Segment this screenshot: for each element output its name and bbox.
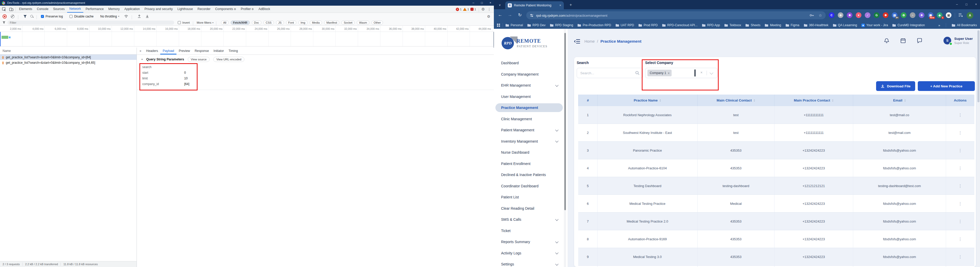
extension-icon[interactable]: ✱ [883, 12, 888, 18]
sidebar-item[interactable]: Reports Summary [495, 237, 563, 246]
row-actions-menu-icon[interactable]: ⋮ [946, 213, 974, 230]
disable-cache-checkbox[interactable] [70, 15, 73, 18]
minimize-icon[interactable]: – [956, 3, 958, 6]
import-har-icon[interactable] [138, 15, 141, 18]
extension-icon[interactable]: ♥ [856, 12, 861, 18]
table-header-cell[interactable]: Main Practice Contact ▲▼ [774, 95, 853, 106]
close-detail-icon[interactable]: × [137, 48, 144, 54]
network-conditions-icon[interactable] [124, 15, 128, 18]
devtools-tab[interactable]: Console ⚙ [35, 6, 51, 13]
sidebar-item[interactable]: Clear Reading Detail [495, 204, 563, 213]
address-bar[interactable]: rpd-stg.rpdrpm.com/admin/practicemanagem… [526, 11, 826, 19]
devtools-tab[interactable]: Performance ⚙ [83, 6, 106, 13]
devtools-tab[interactable]: Components ⚙ [213, 6, 239, 13]
reload-button[interactable]: ↻ [518, 12, 522, 18]
bookmark-item[interactable]: ◆ 360-Healthtek [804, 23, 829, 27]
select-company-input[interactable]: Company 1 x × [645, 68, 718, 78]
sidebar-collapse-icon[interactable] [574, 38, 580, 44]
extension-icon[interactable]: G [874, 12, 880, 18]
browser-profile-avatar[interactable]: A [967, 12, 973, 19]
detail-tab[interactable]: Payload [160, 48, 176, 54]
extension-icon[interactable]: C [829, 12, 834, 18]
issues-badge[interactable]: !1 [471, 8, 476, 11]
clear-select-icon[interactable]: × [700, 70, 702, 75]
sidebar-item[interactable]: Settings [495, 260, 563, 267]
settings-gear-icon[interactable]: ⚙ [482, 7, 485, 11]
bookmark-item[interactable]: ◆ RPD Staging [550, 23, 573, 27]
row-actions-menu-icon[interactable]: ⋮ [946, 266, 974, 267]
devtools-tab[interactable]: Sources ⚙ [51, 6, 67, 13]
page-scrollbar-thumb[interactable] [977, 30, 980, 102]
sort-icon[interactable]: ▲▼ [754, 99, 755, 102]
type-filter-pill[interactable]: Media [310, 21, 322, 25]
notifications-bell-icon[interactable] [884, 38, 889, 43]
extension-icon[interactable]: ✿ [901, 12, 907, 18]
type-filter-pill[interactable]: JS [276, 21, 284, 25]
browser-tab[interactable]: R Remote Patient Monitoring × [505, 1, 564, 9]
record-button[interactable] [3, 14, 7, 19]
breadcrumb-home[interactable]: Home [584, 39, 595, 43]
devtools-tab[interactable]: Profiler ⚙ [239, 6, 256, 13]
forward-button[interactable]: → [508, 12, 512, 17]
bookmark-item[interactable]: ◆ Your work - Jira [861, 23, 888, 27]
view-source-button[interactable]: View source [188, 57, 210, 62]
type-filter-pill[interactable]: Doc [252, 21, 262, 25]
extension-icon[interactable]: ❄ [919, 12, 924, 18]
close-icon[interactable]: × [975, 3, 977, 6]
sidebar-scrollbar-thumb[interactable] [564, 33, 566, 210]
type-filter-pill[interactable]: CSS [263, 21, 274, 25]
maximize-icon[interactable]: □ [481, 1, 483, 5]
extension-icon[interactable]: ✱ [847, 12, 853, 18]
tab-close-icon[interactable]: × [559, 3, 561, 7]
row-actions-menu-icon[interactable]: ⋮ [946, 248, 974, 265]
extension-icon[interactable]: ~ [910, 12, 915, 18]
sidebar-item[interactable]: Patient Enrollment [495, 159, 563, 168]
collapse-caret-icon[interactable]: ▾ [142, 58, 143, 60]
detail-tab[interactable]: Response [192, 48, 211, 54]
bookmark-item[interactable]: ◆ Meeting [765, 23, 781, 27]
devtools-tab[interactable]: AdBlock ⚙ [256, 6, 272, 13]
devtools-tab[interactable]: Network ⚙ [67, 6, 83, 13]
detail-tab[interactable]: Preview [177, 48, 192, 54]
devtools-tab[interactable]: Privacy and security ⚙ [142, 6, 175, 13]
sidebar-item[interactable]: Coordinator Dashboard [495, 182, 563, 191]
sidebar-item[interactable]: Activity Logs [495, 249, 563, 257]
extension-icon[interactable]: ▦ New [928, 12, 934, 18]
table-header-cell[interactable]: Actions ▲▼ [946, 95, 974, 106]
type-filter-pill[interactable]: Other [371, 21, 383, 25]
table-header-cell[interactable]: Email ▲▼ [853, 95, 946, 106]
row-actions-menu-icon[interactable]: ⋮ [946, 159, 974, 177]
bookmark-item[interactable]: ◆ Personal [506, 23, 523, 27]
clear-icon[interactable] [11, 15, 14, 18]
add-new-practice-button[interactable]: + Add New Practice [918, 81, 975, 91]
bookmark-item[interactable]: ◆ Sheets [745, 23, 760, 27]
row-actions-menu-icon[interactable]: ⋮ [946, 195, 974, 212]
chevron-down-icon[interactable] [710, 71, 713, 75]
devtools-tab[interactable]: Elements ⚙ [17, 6, 35, 13]
sidebar-item[interactable]: User Management [495, 92, 563, 101]
extension-icon[interactable]: ⊕ [838, 12, 843, 18]
sidebar-item[interactable]: Practice Management [495, 103, 563, 112]
remove-tag-icon[interactable]: x [668, 72, 670, 75]
reading-list-icon[interactable] [958, 13, 963, 17]
type-filter-pill[interactable]: All [221, 21, 229, 25]
close-icon[interactable]: × [490, 1, 491, 5]
bookmark-star-icon[interactable]: ☆ [819, 13, 822, 18]
error-badge[interactable]: ✕1 [456, 8, 461, 11]
bookmarks-overflow-icon[interactable]: » [938, 23, 940, 27]
row-actions-menu-icon[interactable]: ⋮ [946, 124, 974, 141]
view-url-encoded-button[interactable]: View URL-encoded [213, 57, 244, 62]
extension-icon[interactable]: ∕ [865, 12, 870, 18]
bookmark-item[interactable]: ◆ RPD App [702, 23, 720, 27]
devtools-tab[interactable]: Lighthouse ⚙ [175, 6, 195, 13]
bookmark-item[interactable]: ◆ CureMD Integration [892, 23, 925, 27]
devtools-menu-icon[interactable]: ⋮ [487, 7, 491, 11]
row-actions-menu-icon[interactable]: ⋮ [946, 230, 974, 248]
bookmark-item[interactable]: ◆ Prod RPD [638, 23, 658, 27]
bookmark-item[interactable]: ◆ Tekboox [724, 23, 741, 27]
sidebar-item[interactable]: Dashboard [495, 59, 563, 67]
warning-badge[interactable]: 1 [463, 8, 469, 11]
download-file-button[interactable]: Download File [876, 81, 915, 91]
throttling-dropdown[interactable]: No throttling ▾ [100, 15, 119, 18]
sidebar-item[interactable]: Patient Management [495, 126, 563, 134]
